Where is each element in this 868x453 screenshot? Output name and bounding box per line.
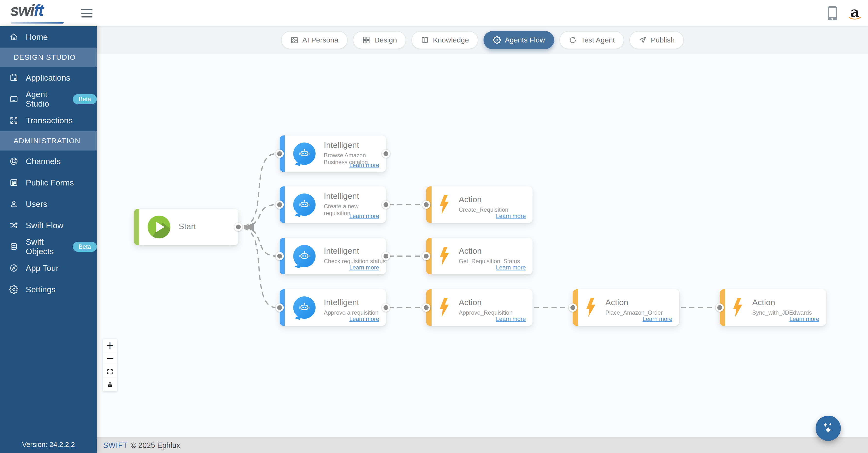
flow-node-action-place-amazon-order[interactable]: Action Place_Amazon_Order Learn more [573,290,679,326]
connection-port[interactable] [234,223,243,231]
sidebar-section-design-studio: DESIGN STUDIO [0,48,97,67]
toolbar-button-design[interactable]: Design [353,31,406,49]
flow-node-action-get-requisition-status[interactable]: Action Get_Requisition_Status Learn more [426,238,532,274]
play-icon [148,216,170,238]
sidebar-item-label: Home [26,32,48,42]
flow-node-action-sync-with-jdedwards[interactable]: Action Sync_with_JDEdwards Learn more [720,290,826,326]
sidebar-item-public-forms[interactable]: Public Forms [0,172,97,193]
connection-port[interactable] [382,201,390,209]
toolbar-button-test-agent[interactable]: Test Agent [559,31,624,49]
learn-more-link[interactable]: Learn more [496,213,526,219]
connection-port[interactable] [382,150,390,158]
toolbar-button-ai-persona[interactable]: AI Persona [281,31,348,49]
flow-node-action-create-requisition[interactable]: Action Create_Requisition Learn more [426,186,532,223]
connection-port[interactable] [276,150,284,158]
sidebar-item-label: Applications [26,73,70,83]
flow-node-start[interactable]: Start [134,209,238,245]
learn-more-link[interactable]: Learn more [789,315,819,323]
connection-port[interactable] [276,201,284,209]
sidebar-item-label: Public Forms [26,178,74,187]
amazon-icon[interactable]: a [848,6,861,21]
learn-more-link[interactable]: Learn more [496,264,526,271]
refresh-icon [569,36,577,44]
connection-port[interactable] [422,303,430,312]
robot-icon [293,143,315,165]
node-subtitle: Approve_Requisition [459,309,513,316]
connection-port[interactable] [276,303,284,312]
sidebar-item-channels[interactable]: Channels [0,151,97,172]
connection-port[interactable] [569,303,577,312]
connection-port[interactable] [382,252,390,260]
connection-port[interactable] [422,201,430,209]
zoom-out-button[interactable]: − [103,352,117,365]
flow-node-intelligent-check-status[interactable]: Intelligent Check requisition status Lea… [280,238,386,274]
sidebar-item-label: Swift Flow [26,221,63,230]
swift-flow-icon [9,221,19,230]
sidebar-item-app-tour[interactable]: App Tour [0,257,97,279]
sidebar-item-label: Settings [26,285,56,294]
footer-copyright: © 2025 Ephlux [131,441,180,450]
learn-more-link[interactable]: Learn more [349,315,379,323]
sidebar-item-applications[interactable]: Applications [0,67,97,88]
sidebar-item-swift-flow[interactable]: Swift Flow [0,215,97,236]
learn-more-link[interactable]: Learn more [349,162,379,169]
node-title: Action [459,298,513,307]
logo-underline [11,22,64,24]
toolbar-button-publish[interactable]: Publish [629,31,684,49]
flow-node-intelligent-create-requisition[interactable]: Intelligent Create a new requisition Lea… [280,186,386,223]
zoom-controls: + − [103,339,117,391]
users-icon [9,199,19,209]
learn-more-link[interactable]: Learn more [349,264,379,271]
lightning-bolt-icon [440,246,451,266]
connection-port[interactable] [276,252,284,260]
sidebar-item-home[interactable]: Home [0,26,97,48]
sidebar-item-settings[interactable]: Settings [0,279,97,300]
node-title: Start [179,222,196,231]
sidebar-item-transactions[interactable]: Transactions [0,110,97,131]
flow-node-intelligent-approve-requisition[interactable]: Intelligent Approve a requisition Learn … [280,290,386,326]
sidebar-item-label: App Tour [26,263,59,273]
node-title: Action [752,298,812,307]
learn-more-link[interactable]: Learn more [496,315,526,323]
zoom-in-button[interactable]: + [103,339,117,352]
node-subtitle: Sync_with_JDEdwards [752,309,812,316]
flow-node-intelligent-browse-catalog[interactable]: Intelligent Browse Amazon Business catal… [280,135,386,172]
phone-icon[interactable] [827,6,837,21]
ai-assistant-fab[interactable] [815,416,841,441]
node-title: Action [459,246,520,255]
connection-port[interactable] [716,303,724,312]
knowledge-book-icon [421,36,429,44]
learn-more-link[interactable]: Learn more [349,213,379,219]
node-title: Intelligent [324,298,378,307]
version-label: Version: 24.2.2.2 [0,441,97,449]
lock-button[interactable] [103,378,117,391]
flow-canvas[interactable]: Start Intelligent Browse Amazon Business… [0,0,868,453]
lightning-bolt-icon [440,298,451,317]
node-subtitle: Get_Requisition_Status [459,258,520,265]
persona-icon [290,36,299,44]
edge-start-arrow [245,222,254,232]
sidebar-item-label: Swift Objects [26,237,61,256]
sidebar-item-users[interactable]: Users [0,193,97,215]
connection-port[interactable] [422,252,430,260]
send-icon [639,36,647,44]
sidebar: Home DESIGN STUDIO Applications Agent St… [0,26,97,453]
sidebar-item-label: Channels [26,157,61,166]
toolbar: AI Persona Design Knowledge Agents Flow … [97,31,868,49]
fit-view-button[interactable] [103,365,117,378]
fit-view-icon [106,368,113,375]
sidebar-item-agent-studio[interactable]: Agent Studio Beta [0,88,97,110]
agent-studio-icon [9,94,19,104]
learn-more-link[interactable]: Learn more [643,315,672,323]
sidebar-item-swift-objects[interactable]: Swift Objects Beta [0,236,97,257]
edges-layer [0,0,868,453]
lightning-bolt-icon [440,195,451,214]
toolbar-button-knowledge[interactable]: Knowledge [411,31,478,49]
flow-node-action-approve-requisition[interactable]: Action Approve_Requisition Learn more [426,290,532,326]
sparkles-icon [822,421,835,435]
connection-port[interactable] [382,303,390,312]
node-title: Intelligent [324,140,386,150]
toolbar-button-agents-flow[interactable]: Agents Flow [484,31,554,49]
hamburger-menu-icon[interactable] [81,9,92,18]
node-subtitle: Check requisition status [324,258,386,265]
